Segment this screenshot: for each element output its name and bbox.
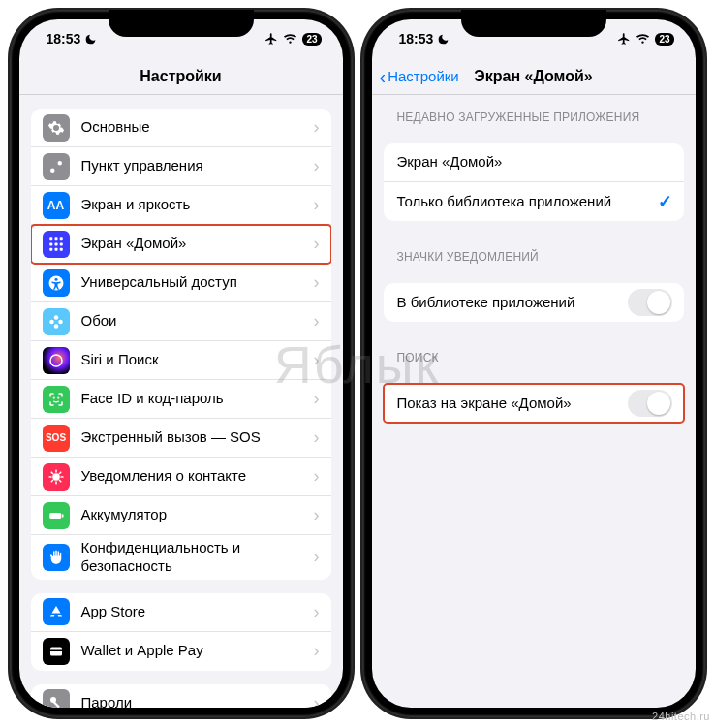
chevron-right-icon: › <box>314 311 320 332</box>
sos-icon: SOS <box>43 425 70 452</box>
notch <box>109 10 254 37</box>
svg-point-16 <box>50 355 62 366</box>
aa-icon: AA <box>43 192 70 219</box>
settings-row[interactable]: Показ на экране «Домой» <box>384 384 684 423</box>
chevron-right-icon: › <box>314 156 320 176</box>
svg-rect-6 <box>49 247 52 250</box>
battery-icon <box>43 502 70 529</box>
toggle-switch[interactable] <box>628 289 672 316</box>
virus-icon <box>43 463 70 491</box>
back-button[interactable]: ‹ Настройки <box>380 58 459 94</box>
settings-row[interactable]: В библиотеке приложений <box>384 283 684 322</box>
settings-row[interactable]: Face ID и код-пароль› <box>31 380 331 419</box>
status-time: 18:53 <box>399 31 434 47</box>
hand-icon <box>43 544 70 571</box>
row-label: Аккумулятор <box>81 506 302 524</box>
chevron-left-icon: ‹ <box>380 67 387 86</box>
chevron-right-icon: › <box>314 272 320 293</box>
chevron-right-icon: › <box>314 505 320 525</box>
appstore-icon <box>43 598 70 625</box>
svg-line-25 <box>59 480 61 482</box>
chevron-right-icon: › <box>314 602 320 622</box>
moon-icon <box>437 33 450 46</box>
settings-row[interactable]: AAЭкран и яркость› <box>31 186 331 225</box>
chevron-right-icon: › <box>314 350 320 370</box>
row-label: Универсальный доступ <box>81 273 302 292</box>
settings-group: В библиотеке приложений <box>384 283 684 322</box>
row-label: App Store <box>81 603 302 621</box>
row-label: Экстренный вызов — SOS <box>81 428 302 447</box>
section-header: ПОИСК <box>384 335 684 370</box>
switches-icon <box>43 153 70 180</box>
siri-icon <box>43 347 70 374</box>
row-label: Siri и Поиск <box>81 351 302 369</box>
settings-group: Показ на экране «Домой» <box>384 384 684 423</box>
svg-line-24 <box>50 471 52 473</box>
settings-row[interactable]: Пункт управления› <box>31 147 331 186</box>
grid-icon <box>43 231 70 258</box>
airplane-icon <box>264 32 278 46</box>
airplane-icon <box>617 32 631 46</box>
row-label: Обои <box>81 312 302 331</box>
settings-group: Основные›Пункт управления›AAЭкран и ярко… <box>31 109 331 580</box>
svg-rect-7 <box>54 247 57 250</box>
header: ‹ Настройки Экран «Домой» <box>372 58 696 95</box>
svg-rect-1 <box>54 237 57 240</box>
moon-icon <box>84 33 97 46</box>
phone-right: 18:53 23 ‹ Наст <box>362 10 705 717</box>
settings-row[interactable]: Экран «Домой» <box>384 143 684 182</box>
svg-rect-3 <box>49 242 52 245</box>
row-label: Показ на экране «Домой» <box>397 395 616 413</box>
svg-point-15 <box>54 320 57 323</box>
row-label: Пункт управления <box>81 157 302 175</box>
settings-list[interactable]: Основные›Пункт управления›AAЭкран и ярко… <box>19 95 343 708</box>
row-label: В библиотеке приложений <box>397 294 616 312</box>
row-label: Экран и яркость <box>81 196 302 214</box>
key-icon <box>43 689 70 708</box>
settings-row[interactable]: Основные› <box>31 109 331 147</box>
row-label: Экран «Домой» <box>397 153 672 172</box>
settings-row[interactable]: Пароли› <box>31 684 331 709</box>
notch <box>461 10 606 37</box>
svg-rect-2 <box>59 237 62 240</box>
status-time: 18:53 <box>47 31 81 47</box>
wifi-icon <box>283 33 297 45</box>
svg-rect-31 <box>50 649 62 651</box>
settings-row[interactable]: Конфиденциальность и безопасность› <box>31 535 331 580</box>
row-label: Экран «Домой» <box>81 235 302 253</box>
settings-row[interactable]: Уведомления о контакте› <box>31 458 331 496</box>
toggle-switch[interactable] <box>628 390 672 417</box>
faceid-icon <box>43 386 70 413</box>
settings-row[interactable]: Аккумулятор› <box>31 496 331 535</box>
settings-row[interactable]: Экран «Домой»› <box>31 225 331 264</box>
chevron-right-icon: › <box>314 195 320 215</box>
gear-icon <box>43 114 70 142</box>
svg-line-27 <box>59 471 61 473</box>
settings-row[interactable]: Универсальный доступ› <box>31 264 331 302</box>
settings-row[interactable]: Wallet и Apple Pay› <box>31 632 331 671</box>
settings-row[interactable]: Siri и Поиск› <box>31 341 331 380</box>
svg-point-11 <box>53 315 58 320</box>
chevron-right-icon: › <box>314 234 320 254</box>
row-label: Пароли <box>81 694 302 708</box>
svg-point-10 <box>54 277 57 280</box>
svg-point-14 <box>58 319 63 324</box>
svg-rect-33 <box>52 702 59 709</box>
svg-rect-5 <box>59 242 62 245</box>
home-screen-settings[interactable]: НЕДАВНО ЗАГРУЖЕННЫЕ ПРИЛОЖЕНИЯЭкран «Дом… <box>372 95 696 708</box>
flower-icon <box>43 308 70 335</box>
settings-row[interactable]: Обои› <box>31 302 331 341</box>
screen-right: 18:53 23 ‹ Наст <box>372 19 696 708</box>
settings-row[interactable]: App Store› <box>31 593 331 632</box>
settings-row[interactable]: Только библиотека приложений✓ <box>384 182 684 221</box>
svg-rect-28 <box>49 513 61 519</box>
row-label: Конфиденциальность и безопасность <box>81 539 302 576</box>
svg-rect-8 <box>59 247 62 250</box>
settings-row[interactable]: SOSЭкстренный вызов — SOS› <box>31 419 331 458</box>
page-title: Настройки <box>140 68 221 85</box>
back-label: Настройки <box>388 68 459 84</box>
battery-level: 23 <box>302 33 321 46</box>
chevron-right-icon: › <box>314 117 320 138</box>
chevron-right-icon: › <box>314 466 320 487</box>
svg-rect-0 <box>49 237 52 240</box>
